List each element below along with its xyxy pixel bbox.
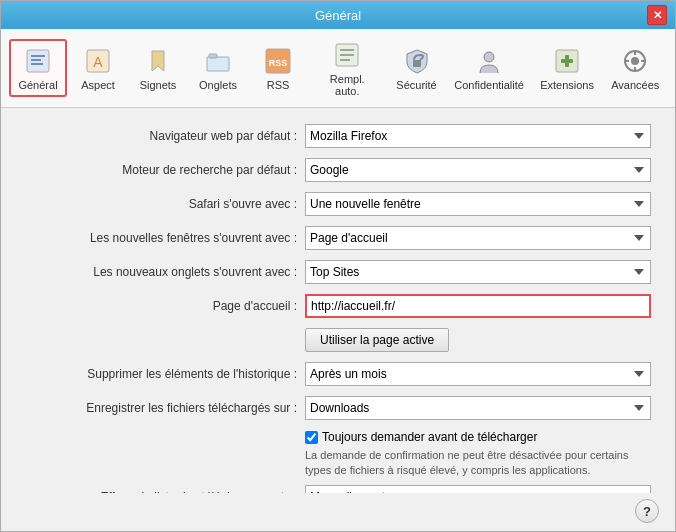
clear-downloads-select[interactable]: Manuellement xyxy=(305,485,651,493)
toolbar-item-remplacement[interactable]: Rempl. auto. xyxy=(309,33,386,103)
toolbar-item-onglets[interactable]: Onglets xyxy=(189,39,247,97)
new-windows-select[interactable]: Page d'accueil xyxy=(305,226,651,250)
safari-opens-label: Safari s'ouvre avec : xyxy=(25,197,305,211)
aspect-label: Aspect xyxy=(81,79,115,91)
svg-text:RSS: RSS xyxy=(269,58,288,68)
search-engine-select[interactable]: Google xyxy=(305,158,651,182)
suppress-history-control: Après un mois xyxy=(305,362,651,386)
new-tabs-select[interactable]: Top Sites xyxy=(305,260,651,284)
svg-rect-3 xyxy=(31,63,43,65)
safari-opens-select[interactable]: Une nouvelle fenêtre xyxy=(305,192,651,216)
suppress-history-select[interactable]: Après un mois xyxy=(305,362,651,386)
always-ask-text: Toujours demander avant de télécharger xyxy=(322,430,537,444)
new-tabs-row: Les nouveaux onglets s'ouvrent avec : To… xyxy=(25,260,651,284)
toolbar-item-aspect[interactable]: A Aspect xyxy=(69,39,127,97)
toolbar-item-rss[interactable]: RSS RSS xyxy=(249,39,307,97)
avancees-icon xyxy=(619,45,651,77)
search-engine-row: Moteur de recherche par défaut : Google xyxy=(25,158,651,182)
toolbar: Général A Aspect Signets xyxy=(1,29,675,108)
new-windows-control: Page d'accueil xyxy=(305,226,651,250)
always-ask-info: La demande de confirmation ne peut être … xyxy=(305,448,651,479)
extensions-icon xyxy=(551,45,583,77)
svg-point-15 xyxy=(484,52,494,62)
svg-rect-7 xyxy=(209,54,217,58)
suppress-history-label: Supprimer les éléments de l'historique : xyxy=(25,367,305,381)
help-button[interactable]: ? xyxy=(635,499,659,523)
save-downloads-control: Downloads xyxy=(305,396,651,420)
signets-icon xyxy=(142,45,174,77)
homepage-input[interactable] xyxy=(305,294,651,318)
use-active-page-button[interactable]: Utiliser la page active xyxy=(305,328,449,352)
toolbar-item-signets[interactable]: Signets xyxy=(129,39,187,97)
browser-default-row: Navigateur web par défaut : Mozilla Fire… xyxy=(25,124,651,148)
settings-window: Général ✕ Général A xyxy=(0,0,676,532)
general-label: Général xyxy=(18,79,57,91)
always-ask-checkbox[interactable] xyxy=(305,431,318,444)
safari-opens-row: Safari s'ouvre avec : Une nouvelle fenêt… xyxy=(25,192,651,216)
securite-label: Sécurité xyxy=(396,79,436,91)
onglets-label: Onglets xyxy=(199,79,237,91)
save-downloads-select[interactable]: Downloads xyxy=(305,396,651,420)
browser-default-select[interactable]: Mozilla Firefox xyxy=(305,124,651,148)
new-windows-row: Les nouvelles fenêtres s'ouvrent avec : … xyxy=(25,226,651,250)
always-ask-row: Toujours demander avant de télécharger L… xyxy=(25,430,651,479)
remplacement-icon xyxy=(331,39,363,71)
toolbar-item-avancees[interactable]: Avancées xyxy=(603,39,667,97)
new-tabs-control: Top Sites xyxy=(305,260,651,284)
svg-rect-18 xyxy=(565,55,569,67)
svg-rect-1 xyxy=(31,55,45,57)
safari-opens-control: Une nouvelle fenêtre xyxy=(305,192,651,216)
svg-point-20 xyxy=(631,57,639,65)
clear-downloads-row: Effacer la liste des téléchargements : M… xyxy=(25,485,651,493)
toolbar-item-securite[interactable]: Sécurité xyxy=(388,39,446,97)
toolbar-item-extensions[interactable]: Extensions xyxy=(533,39,602,97)
homepage-row: Page d'accueil : xyxy=(25,294,651,318)
remplacement-label: Rempl. auto. xyxy=(319,73,376,97)
close-button[interactable]: ✕ xyxy=(647,5,667,25)
svg-rect-6 xyxy=(207,57,229,71)
rss-label: RSS xyxy=(267,79,290,91)
save-downloads-label: Enregistrer les fichiers téléchargés sur… xyxy=(25,401,305,415)
suppress-history-row: Supprimer les éléments de l'historique :… xyxy=(25,362,651,386)
footer: ? xyxy=(1,493,675,531)
browser-default-label: Navigateur web par défaut : xyxy=(25,129,305,143)
always-ask-line: Toujours demander avant de télécharger xyxy=(305,430,651,444)
clear-downloads-control: Manuellement xyxy=(305,485,651,493)
toolbar-item-general[interactable]: Général xyxy=(9,39,67,97)
search-engine-control: Google xyxy=(305,158,651,182)
avancees-label: Avancées xyxy=(611,79,659,91)
homepage-control xyxy=(305,294,651,318)
new-windows-label: Les nouvelles fenêtres s'ouvrent avec : xyxy=(25,231,305,245)
window-title: Général xyxy=(29,8,647,23)
svg-rect-14 xyxy=(413,60,421,67)
title-bar: Général ✕ xyxy=(1,1,675,29)
svg-text:A: A xyxy=(93,54,103,70)
new-tabs-label: Les nouveaux onglets s'ouvrent avec : xyxy=(25,265,305,279)
use-active-page-row: Utiliser la page active xyxy=(25,328,651,352)
svg-rect-2 xyxy=(31,59,41,61)
save-downloads-row: Enregistrer les fichiers téléchargés sur… xyxy=(25,396,651,420)
toolbar-item-confidentialite[interactable]: Confidentialité xyxy=(448,39,531,97)
browser-default-control: Mozilla Firefox xyxy=(305,124,651,148)
confidentialite-icon xyxy=(473,45,505,77)
general-icon xyxy=(22,45,54,77)
securite-icon xyxy=(401,45,433,77)
use-active-page-control: Utiliser la page active xyxy=(305,328,449,352)
main-content: Navigateur web par défaut : Mozilla Fire… xyxy=(1,108,675,493)
homepage-label: Page d'accueil : xyxy=(25,299,305,313)
extensions-label: Extensions xyxy=(540,79,594,91)
signets-label: Signets xyxy=(140,79,177,91)
confidentialite-label: Confidentialité xyxy=(454,79,524,91)
onglets-icon xyxy=(202,45,234,77)
rss-icon: RSS xyxy=(262,45,294,77)
aspect-icon: A xyxy=(82,45,114,77)
always-ask-area: Toujours demander avant de télécharger L… xyxy=(305,430,651,479)
search-engine-label: Moteur de recherche par défaut : xyxy=(25,163,305,177)
